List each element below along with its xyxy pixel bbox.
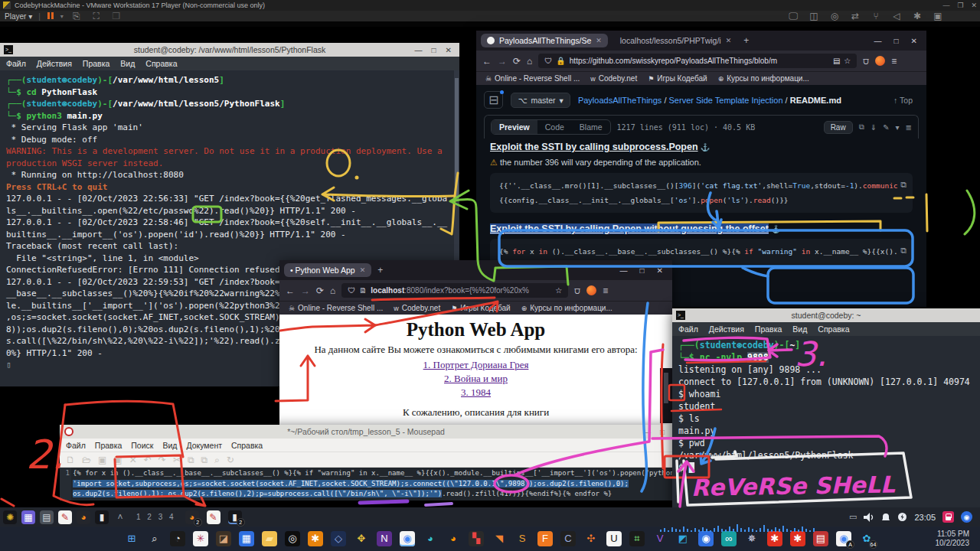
search-icon[interactable]: ⌕ (147, 531, 162, 546)
red-gear-icon[interactable]: ✱ (767, 531, 782, 546)
mousepad-menu-item[interactable]: Справка (231, 441, 263, 450)
bookmark-item[interactable]: ⚑Игры Кодебай (451, 304, 511, 312)
mousepad-task-icon[interactable]: ✎ (207, 510, 220, 524)
firefox-account-icon[interactable] (586, 285, 596, 295)
mousepad-maximize-button[interactable]: □ (660, 428, 665, 436)
terminal2-body[interactable]: ┌──(student⊛codeby)-[~]└─$ nc -nvlp 9898… (672, 336, 980, 507)
scroll-top-link[interactable]: ↑ Top (893, 96, 919, 105)
webapp-urlbar[interactable]: 🛡 🗎 localhost:8080/index?book={%%20for%2… (341, 283, 568, 298)
sublime-icon[interactable]: S (514, 531, 530, 546)
orange-gear-icon[interactable]: ✱ (308, 531, 323, 546)
heading-popen-offset[interactable]: Exploit the SSTI by calling Popen withou… (490, 223, 769, 234)
chrome-a-icon[interactable]: ◉A (836, 531, 851, 546)
home-button[interactable]: ⌂ (527, 56, 532, 67)
terminal-menu-item[interactable]: Вид (792, 324, 807, 334)
edit-pencil-icon[interactable]: ✎ (883, 123, 889, 132)
mousepad-tool-icon[interactable]: 🗁 (82, 455, 91, 465)
terminal-menu-item[interactable]: Правка (83, 59, 109, 68)
terminal-menu-item[interactable]: Файл (6, 59, 26, 68)
vmware-minimize-button[interactable]: — (942, 2, 949, 9)
copy-code-icon[interactable]: ⧉ (900, 178, 906, 192)
terminal-menu-item[interactable]: Действия (37, 59, 72, 68)
screen-lock-icon[interactable] (942, 511, 954, 523)
mousepad-tool-icon[interactable]: ⧉ (188, 455, 194, 465)
outline-icon[interactable]: ≣ (906, 123, 912, 132)
unreal-icon[interactable]: U (606, 531, 622, 546)
mousepad-tool-icon[interactable]: ✂ (173, 455, 181, 465)
github-minimize-button[interactable]: — (874, 37, 882, 45)
speedtest-icon[interactable]: ◔ (170, 531, 185, 546)
home-button[interactable]: ⌂ (330, 285, 335, 296)
xfce-clock[interactable]: 23:05 (914, 513, 936, 522)
terminal1-maximize-button[interactable]: □ (432, 46, 436, 54)
mousepad-tool-icon[interactable]: ▣ (98, 455, 106, 465)
book-link[interactable]: 3. 1984 (461, 386, 491, 398)
webapp-close-button[interactable]: ✕ (657, 266, 663, 275)
edit-dropdown-icon[interactable]: ▾ (896, 123, 900, 132)
terminal1-minimize-button[interactable]: — (415, 46, 423, 54)
power-manager-icon[interactable] (897, 512, 907, 522)
pause-vm-button[interactable] (47, 12, 54, 21)
terminal-menu-item[interactable]: Правка (755, 324, 782, 334)
mousepad-menu-item[interactable]: Файл (66, 441, 86, 450)
edge-icon[interactable]: ◕ (423, 531, 438, 546)
mousepad-tool-icon[interactable]: ↻ (227, 455, 234, 465)
camtasia-icon[interactable]: ∞ (721, 531, 737, 546)
mousepad-tool-icon[interactable]: ▣ (113, 455, 122, 465)
vmware-close-button[interactable]: ✕ (971, 2, 977, 9)
terminal2-titlebar[interactable]: >_ student@codeby: ~ (672, 308, 980, 322)
map-pin-icon[interactable]: ◉ (698, 531, 714, 546)
back-button[interactable]: ← (482, 56, 492, 67)
anchor-link-icon[interactable]: ⚓ (771, 225, 780, 233)
start-button[interactable]: ⊞ (124, 531, 139, 546)
f-app-icon[interactable]: F (537, 531, 553, 546)
webapp-maximize-button[interactable]: □ (640, 266, 645, 275)
mousepad-menu-item[interactable]: Документ (186, 441, 222, 450)
calendar-icon[interactable]: ▦ (239, 531, 254, 546)
carrot-icon[interactable]: ◥ (492, 531, 507, 546)
reader-icon[interactable]: ▤ (833, 57, 840, 65)
white-star-icon[interactable]: ✵ (744, 531, 760, 546)
bookmark-item[interactable]: ⊕Курсы по информаци... (718, 74, 809, 83)
bookmark-item[interactable]: ⊕Курсы по информаци... (521, 304, 612, 312)
reload-button[interactable]: ⟳ (513, 56, 521, 67)
photos-icon[interactable]: ◪ (216, 531, 231, 546)
app-menu-icon[interactable]: ▦ (21, 510, 35, 524)
panel-expand-icon[interactable]: ˄ (113, 510, 127, 524)
mousepad-tool-icon[interactable]: 🗋 (66, 455, 75, 465)
new-tab-button[interactable]: + (743, 35, 749, 46)
terminal1-titlebar[interactable]: >_ student@codeby: /var/www/html/lesson5… (0, 43, 459, 57)
mousepad-tool-icon[interactable]: ✕ (129, 455, 137, 465)
mousepad-tool-icon[interactable]: ↶ (144, 455, 152, 465)
terminal-task-icon[interactable]: ▮2 (228, 510, 242, 524)
mousepad-minimize-button[interactable]: — (643, 428, 651, 436)
bookmark-item[interactable]: ☠Online - Reverse Shell ... (289, 304, 383, 312)
download-icon[interactable]: ⇓ (871, 123, 877, 132)
firefox-launcher-icon[interactable]: ◕ (77, 510, 90, 524)
vmware-maximize-button[interactable]: ❐ (957, 2, 963, 9)
tab-python-web-app[interactable]: • Python Web App✕ (284, 263, 371, 277)
vmware-icon[interactable]: ◇ (331, 531, 346, 546)
book-link[interactable]: 2. Война и мир (444, 373, 508, 384)
forward-button[interactable]: → (498, 56, 507, 67)
tab-blame[interactable]: Blame (572, 120, 610, 134)
devtools-icon[interactable]: ▚ (469, 531, 484, 546)
bookmark-item[interactable]: ☠Online - Reverse Shell ... (485, 74, 580, 83)
terminal-menu-item[interactable]: Справка (818, 324, 849, 334)
slack-icon[interactable]: ✳ (193, 531, 208, 546)
mousepad-tool-icon[interactable]: ↷ (158, 455, 166, 465)
branch-selector[interactable]: ⌥master ▾ (511, 93, 570, 108)
codeby-logo-icon[interactable]: ✺ (3, 510, 17, 524)
file-explorer-icon[interactable]: ▰ (262, 531, 277, 546)
notification-bell-icon[interactable] (881, 513, 890, 522)
copy-raw-icon[interactable]: ⧉ (859, 122, 864, 132)
mousepad-menu-item[interactable]: Поиск (131, 441, 153, 450)
bookmark-star-icon[interactable]: ☆ (555, 286, 562, 295)
bookmark-star-icon[interactable]: ☆ (844, 57, 851, 65)
terminal1-close-button[interactable]: ✕ (446, 46, 452, 54)
back-button[interactable]: ← (286, 285, 295, 296)
vscode-icon[interactable]: ◩ (675, 531, 691, 546)
bookmark-item[interactable]: ⚑Игры Кодебай (648, 74, 707, 83)
pocket-icon[interactable]: ⩌ (574, 285, 580, 296)
terminal-menu-item[interactable]: Файл (678, 324, 698, 334)
